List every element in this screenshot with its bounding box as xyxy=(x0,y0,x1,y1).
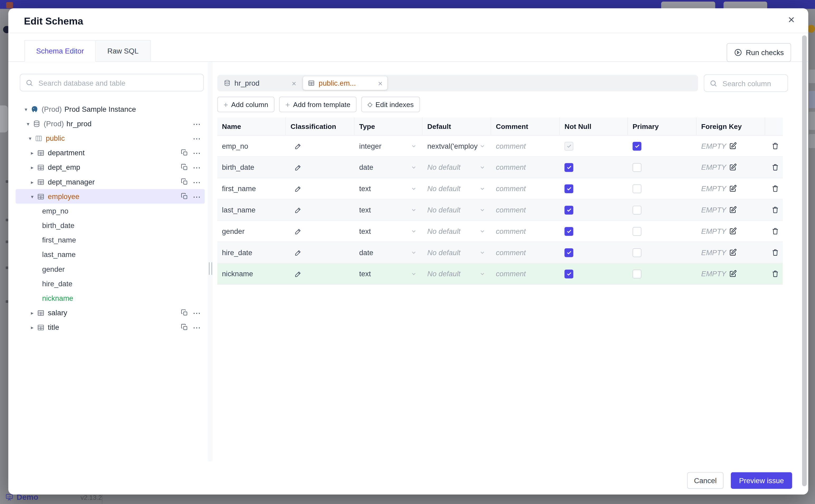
copy-icon[interactable] xyxy=(181,178,188,186)
classification-cell[interactable] xyxy=(286,157,354,178)
type-cell[interactable]: date xyxy=(354,157,423,178)
comment-cell[interactable]: comment xyxy=(491,242,560,263)
tree-item-column-emp-no[interactable]: emp_no xyxy=(16,204,205,218)
caret-down-icon[interactable]: ▾ xyxy=(25,121,31,127)
primary-checkbox[interactable] xyxy=(633,205,642,214)
resize-handle[interactable] xyxy=(209,262,212,275)
trash-icon[interactable] xyxy=(771,227,779,235)
tree-item-table-employee[interactable]: ▾ employee ⋯ xyxy=(16,189,205,203)
type-cell[interactable]: date xyxy=(354,242,423,263)
column-name-cell[interactable]: nickname xyxy=(217,263,286,284)
tree-item-column-hire-date[interactable]: hire_date xyxy=(16,276,205,291)
not-null-checkbox[interactable] xyxy=(565,184,574,193)
caret-right-icon[interactable]: ▸ xyxy=(29,150,35,156)
cancel-button[interactable]: Cancel xyxy=(687,472,724,489)
close-icon[interactable]: × xyxy=(788,14,795,25)
trash-icon[interactable] xyxy=(771,163,779,172)
not-null-checkbox[interactable] xyxy=(565,248,574,257)
tree-item-column-first-name[interactable]: first_name xyxy=(16,233,205,247)
column-name-cell[interactable]: birth_date xyxy=(217,157,286,178)
tree-item-column-gender[interactable]: gender xyxy=(16,262,205,276)
comment-cell[interactable]: comment xyxy=(491,178,560,199)
edit-icon[interactable] xyxy=(729,185,737,193)
default-cell[interactable]: No default xyxy=(423,221,491,242)
type-cell[interactable]: text xyxy=(354,178,423,199)
tree-item-column-last-name[interactable]: last_name xyxy=(16,247,205,262)
trash-icon[interactable] xyxy=(771,206,779,214)
more-actions-icon[interactable]: ⋯ xyxy=(193,192,201,200)
not-null-checkbox[interactable] xyxy=(565,142,574,151)
tree-item-table-dept-emp[interactable]: ▸ dept_emp ⋯ xyxy=(16,160,205,175)
edit-icon[interactable] xyxy=(729,270,737,278)
comment-cell[interactable]: comment xyxy=(491,157,560,178)
copy-icon[interactable] xyxy=(181,193,188,200)
caret-down-icon[interactable]: ▾ xyxy=(23,106,29,112)
primary-checkbox[interactable] xyxy=(633,227,642,236)
caret-down-icon[interactable]: ▾ xyxy=(29,193,35,199)
more-actions-icon[interactable]: ⋯ xyxy=(193,323,201,331)
tree-item-column-birth-date[interactable]: birth_date xyxy=(16,218,205,233)
close-tab-icon[interactable]: × xyxy=(292,79,296,87)
default-cell[interactable]: No default xyxy=(423,178,491,199)
classification-cell[interactable] xyxy=(286,200,354,220)
copy-icon[interactable] xyxy=(181,309,188,317)
primary-checkbox[interactable] xyxy=(633,142,642,151)
trash-icon[interactable] xyxy=(771,142,779,150)
close-tab-icon[interactable]: × xyxy=(378,79,382,87)
panel-resize-divider[interactable] xyxy=(208,62,212,461)
comment-cell[interactable]: comment xyxy=(491,221,560,242)
copy-icon[interactable] xyxy=(181,164,188,171)
tab-schema-editor[interactable]: Schema Editor xyxy=(25,40,96,62)
tab-chip-public-employee[interactable]: public.em... × xyxy=(303,76,387,90)
edit-icon[interactable] xyxy=(729,248,737,257)
column-name-cell[interactable]: first_name xyxy=(217,178,286,199)
caret-right-icon[interactable]: ▸ xyxy=(29,179,35,185)
primary-checkbox[interactable] xyxy=(633,248,642,257)
tree-item-database-hr-prod[interactable]: ▾ (Prod) hr_prod ⋯ xyxy=(16,116,205,131)
classification-cell[interactable] xyxy=(286,135,354,156)
primary-checkbox[interactable] xyxy=(633,163,642,172)
comment-cell[interactable]: comment xyxy=(491,263,560,284)
classification-cell[interactable] xyxy=(286,178,354,199)
more-actions-icon[interactable]: ⋯ xyxy=(193,149,201,157)
tab-chip-hr-prod[interactable]: hr_prod × xyxy=(219,76,301,90)
more-actions-icon[interactable]: ⋯ xyxy=(193,309,201,317)
tree-item-instance[interactable]: ▾ (Prod) Prod Sample Instance xyxy=(16,102,205,116)
type-cell[interactable]: text xyxy=(354,263,423,284)
primary-checkbox[interactable] xyxy=(633,184,642,193)
default-cell[interactable]: No default xyxy=(423,242,491,263)
default-cell[interactable]: No default xyxy=(423,263,491,284)
more-actions-icon[interactable]: ⋯ xyxy=(193,178,201,186)
comment-cell[interactable]: comment xyxy=(491,135,560,156)
type-cell[interactable]: text xyxy=(354,221,423,242)
column-name-cell[interactable]: gender xyxy=(217,221,286,242)
not-null-checkbox[interactable] xyxy=(565,205,574,214)
copy-icon[interactable] xyxy=(181,324,188,331)
preview-issue-button[interactable]: Preview issue xyxy=(731,472,792,489)
tree-search-input[interactable] xyxy=(37,74,202,92)
default-cell[interactable]: No default xyxy=(423,200,491,220)
caret-right-icon[interactable]: ▸ xyxy=(29,164,35,170)
tree-item-table-department[interactable]: ▸ department ⋯ xyxy=(16,146,205,160)
not-null-checkbox[interactable] xyxy=(565,163,574,172)
column-name-cell[interactable]: hire_date xyxy=(217,242,286,263)
scrollbar-thumb[interactable] xyxy=(802,35,807,486)
tree-item-schema-public[interactable]: ▾ public ⋯ xyxy=(16,131,205,146)
edit-indexes-button[interactable]: ◇ Edit indexes xyxy=(361,97,420,112)
tree-item-table-title[interactable]: ▸ title ⋯ xyxy=(16,320,205,335)
modal-scrollbar[interactable] xyxy=(802,35,807,486)
default-cell[interactable]: No default xyxy=(423,157,491,178)
caret-right-icon[interactable]: ▸ xyxy=(29,310,35,316)
primary-checkbox[interactable] xyxy=(633,269,642,278)
caret-down-icon[interactable]: ▾ xyxy=(27,135,33,141)
run-checks-button[interactable]: Run checks xyxy=(727,43,791,62)
column-name-cell[interactable]: emp_no xyxy=(217,135,286,156)
edit-icon[interactable] xyxy=(729,163,737,172)
tree-item-table-salary[interactable]: ▸ salary ⋯ xyxy=(16,306,205,320)
edit-icon[interactable] xyxy=(729,227,737,235)
edit-icon[interactable] xyxy=(729,142,737,150)
tree-item-table-dept-manager[interactable]: ▸ dept_manager ⋯ xyxy=(16,175,205,189)
edit-icon[interactable] xyxy=(729,206,737,214)
more-actions-icon[interactable]: ⋯ xyxy=(193,163,201,171)
copy-icon[interactable] xyxy=(181,149,188,157)
